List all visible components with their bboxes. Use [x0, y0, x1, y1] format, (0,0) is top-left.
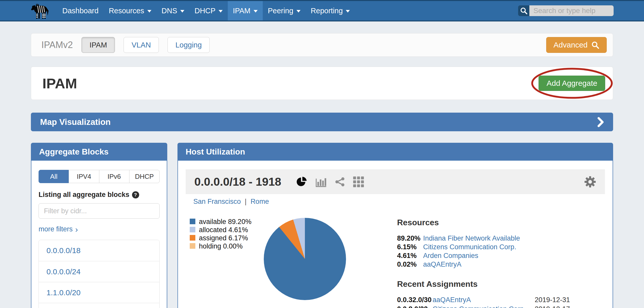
tab-logging[interactable]: Logging [168, 37, 210, 53]
add-aggregate-button[interactable]: Add Aggregate [539, 76, 605, 91]
nav-item-dhcp[interactable]: DHCP [189, 1, 228, 20]
nav-label: DNS [162, 7, 177, 15]
resource-link[interactable]: Indiana Fiber Network Available [423, 234, 591, 242]
nav-item-dns[interactable]: DNS [157, 1, 189, 20]
nav-item-reporting[interactable]: Reporting [306, 1, 355, 20]
resource-percent: 0.02% [397, 260, 423, 268]
nav-label: Dashboard [62, 7, 99, 15]
legend-label: allocated 4.61% [199, 226, 248, 234]
block-link[interactable]: 1.1.0.0/20 [46, 288, 80, 297]
share-icon[interactable] [335, 177, 345, 187]
aggregate-blocks-title: Aggregate Blocks [39, 147, 109, 157]
host-utilization-panel: Host Utilization 0.0.0.0/18 - 1918 [177, 143, 613, 308]
assignment-date: 2019-12-17 [535, 305, 591, 308]
advanced-label: Advanced [554, 41, 588, 49]
more-filters-link[interactable]: more filters › [39, 225, 160, 233]
resource-row: 6.15% Citizens Communication Corp. [397, 243, 591, 252]
resource-link[interactable]: Citizens Communication Corp. [423, 243, 591, 251]
block-row[interactable]: 1.1.0.0/20 [39, 282, 159, 303]
aggregate-blocks-body: All IPV4 IPv6 DHCP Listing all aggregate… [31, 161, 167, 308]
legend-swatch [190, 235, 195, 241]
legend-item-assigned: assigned 6.17% [190, 234, 261, 242]
zebra-logo-icon [31, 2, 51, 20]
aggregate-blocks-list: 0.0.0.0/18 0.0.0.0/24 1.1.0.0/20 [39, 240, 160, 308]
help-icon[interactable]: ? [132, 191, 139, 198]
advanced-search-icon [591, 41, 599, 49]
block-row[interactable]: 0.0.0.0/18 [39, 240, 159, 261]
search-input[interactable] [529, 5, 614, 16]
nav-item-dashboard[interactable]: Dashboard [57, 1, 104, 20]
resources-rows: 89.20% Indiana Fiber Network Available 6… [397, 234, 591, 269]
tab-ipam[interactable]: IPAM [81, 37, 115, 53]
block-title: 0.0.0.0/18 - 1918 [194, 175, 281, 188]
tab-vlan[interactable]: VLAN [124, 37, 159, 53]
block-link[interactable]: 0.0.0.0/18 [46, 246, 80, 255]
cidr-filter-input[interactable] [39, 203, 160, 219]
bar-chart-icon[interactable] [315, 176, 327, 187]
search-icon [520, 7, 528, 15]
pie-chart-icon[interactable] [296, 176, 307, 187]
recent-assignments-rows: 0.0.32.0/30 aaQAEntryA 2019-12-31 0.0.8.… [397, 296, 591, 308]
assignment-date: 2019-12-31 [535, 296, 591, 304]
host-utilization-title: Host Utilization [186, 147, 245, 157]
filter-tab-ipv4[interactable]: IPV4 [69, 170, 99, 183]
grid-icon[interactable] [353, 176, 364, 187]
map-visualization-bar[interactable]: Map Visualization [31, 113, 613, 131]
chevron-right-icon: › [75, 227, 78, 232]
recent-assignment-row: 0.0.32.0/30 aaQAEntryA 2019-12-31 [397, 296, 591, 305]
caret-down-icon [296, 10, 301, 13]
resource-link[interactable]: Arden Companies [423, 252, 591, 260]
location-separator: | [245, 198, 247, 205]
filter-tab-all[interactable]: All [39, 170, 69, 183]
assignment-link[interactable]: Citizens Communication Corp. [433, 305, 535, 308]
app-logo[interactable] [31, 1, 51, 20]
resource-row: 89.20% Indiana Fiber Network Available [397, 234, 591, 243]
legend-swatch [190, 227, 195, 232]
nav-label: DHCP [195, 7, 216, 15]
legend-swatch [190, 219, 195, 224]
location-link-san-francisco[interactable]: San Franscisco [193, 198, 241, 205]
block-row[interactable]: 0.0.0.0/24 [39, 261, 159, 282]
listing-text: Listing all aggregate blocks [39, 191, 129, 199]
legend-item-holding: holding 0.00% [190, 242, 261, 251]
page-title: IPAM [42, 75, 77, 92]
nav-item-resources[interactable]: Resources [104, 1, 157, 20]
nav-item-ipam[interactable]: IPAM [228, 1, 263, 20]
advanced-search-button[interactable]: Advanced [546, 37, 607, 53]
assignment-link[interactable]: aaQAEntryA [433, 296, 535, 304]
legend-label: assigned 6.17% [199, 234, 248, 242]
resource-link[interactable]: aaQAEntryA [423, 260, 591, 268]
add-aggregate-wrap: Add Aggregate [539, 76, 605, 91]
global-search [518, 5, 614, 16]
filter-tab-dhcp[interactable]: DHCP [129, 170, 160, 183]
assignment-cidr: 0.0.8.0/22 [397, 305, 433, 308]
nav-item-peering[interactable]: Peering [263, 1, 306, 20]
recent-assignment-row: 0.0.8.0/22 Citizens Communication Corp. … [397, 305, 591, 308]
block-link[interactable]: 0.0.0.0/24 [46, 267, 80, 276]
gear-icon[interactable] [584, 176, 596, 188]
host-utilization-body: 0.0.0.0/18 - 1918 [177, 161, 613, 308]
caret-down-icon [254, 10, 258, 13]
aggregate-blocks-panel: Aggregate Blocks All IPV4 IPv6 DHCP List… [31, 143, 167, 308]
nav-label: Resources [109, 7, 144, 15]
blocks-filter-tabs: All IPV4 IPv6 DHCP [39, 170, 160, 183]
more-filters-label: more filters [39, 225, 73, 233]
legend-swatch [190, 243, 195, 249]
ipamv2-title: IPAMv2 [41, 40, 73, 50]
block-titlebar: 0.0.0.0/18 - 1918 [186, 169, 605, 194]
ipamv2-toolbar: IPAMv2 IPAM VLAN Logging Advanced [31, 33, 613, 57]
resources-column: Resources 89.20% Indiana Fiber Network A… [397, 218, 591, 308]
location-link-rome[interactable]: Rome [251, 198, 269, 205]
listing-label: Listing all aggregate blocks ? [39, 191, 160, 199]
nav-label: Reporting [311, 7, 343, 15]
utilization-chart-row: available 89.20% allocated 4.61% assigne… [186, 218, 605, 308]
block-row-clipped[interactable] [39, 303, 159, 308]
filter-tab-ipv6[interactable]: IPv6 [99, 170, 129, 183]
caret-down-icon [346, 10, 350, 13]
search-button[interactable] [518, 5, 529, 16]
resource-percent: 6.15% [397, 243, 423, 251]
resource-percent: 4.61% [397, 252, 423, 260]
resource-row: 0.02% aaQAEntryA [397, 260, 591, 269]
resource-percent: 89.20% [397, 234, 423, 242]
utilization-pie [264, 218, 346, 300]
